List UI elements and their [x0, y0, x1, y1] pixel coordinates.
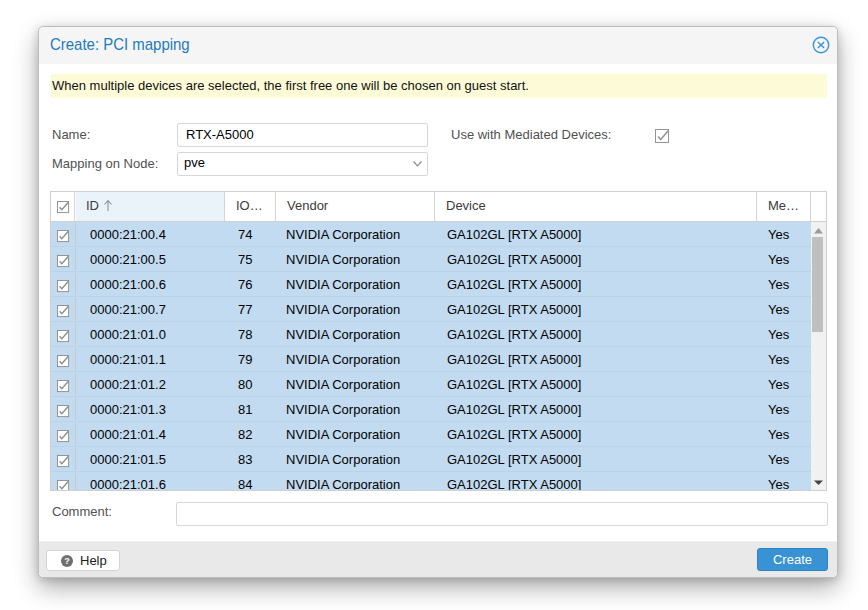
svg-text:?: ? — [64, 556, 70, 566]
